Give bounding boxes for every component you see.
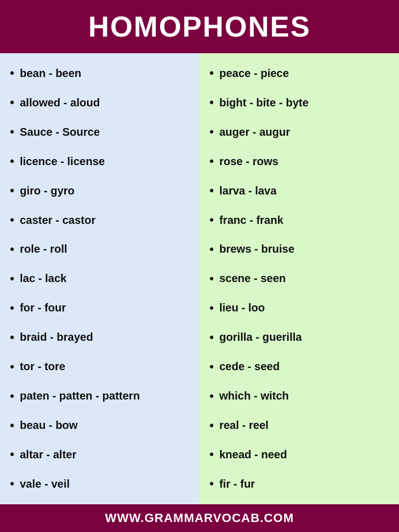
list-item: •altar - alter xyxy=(10,447,190,462)
bullet-icon: • xyxy=(10,126,14,138)
page-title: HOMOPHONES xyxy=(0,0,399,53)
list-item: •gorilla - guerilla xyxy=(209,330,389,345)
list-item: •lieu - loo xyxy=(209,300,389,315)
bullet-icon: • xyxy=(209,185,214,197)
list-item: •bean - been xyxy=(10,66,190,81)
homophone-pair: which - witch xyxy=(219,390,289,402)
homophone-pair: knead - need xyxy=(219,448,287,461)
homophone-pair: for - four xyxy=(20,301,66,314)
bullet-icon: • xyxy=(209,155,214,167)
bullet-icon: • xyxy=(209,67,214,79)
homophone-pair: auger - augur xyxy=(219,126,290,139)
list-item: •larva - lava xyxy=(209,183,389,198)
list-item: •brews - bruise xyxy=(209,242,389,257)
list-item: •licence - license xyxy=(10,154,190,169)
list-item: •for - four xyxy=(10,300,190,315)
bullet-icon: • xyxy=(209,302,214,314)
list-item: •paten - patten - pattern xyxy=(10,388,190,403)
list-item: •role - roll xyxy=(10,242,190,257)
homophone-pair: lieu - loo xyxy=(219,301,265,314)
list-item: •auger - augur xyxy=(209,125,389,140)
bullet-icon: • xyxy=(209,243,214,255)
list-item: •scene - seen xyxy=(209,271,389,286)
homophone-pair: larva - lava xyxy=(219,185,277,197)
homophone-pair: real - reel xyxy=(219,419,269,432)
list-item: •caster - castor xyxy=(10,213,190,228)
bullet-icon: • xyxy=(10,302,14,314)
list-item: •fir - fur xyxy=(209,477,389,492)
list-item: •rose - rows xyxy=(209,154,389,169)
bullet-icon: • xyxy=(10,273,14,285)
bullet-icon: • xyxy=(10,361,14,373)
homophone-pair: braid - brayed xyxy=(20,331,93,344)
bullet-icon: • xyxy=(10,67,14,79)
list-item: •allowed - aloud xyxy=(10,95,190,110)
list-item: •tor - tore xyxy=(10,359,190,374)
homophone-pair: franc - frank xyxy=(219,214,284,227)
list-item: •vale - veil xyxy=(10,477,190,492)
bullet-icon: • xyxy=(209,273,214,285)
content-area: •bean - been•allowed - aloud•Sauce - Sou… xyxy=(0,53,399,504)
homophone-pair: brews - bruise xyxy=(219,243,295,255)
homophone-pair: rose - rows xyxy=(219,155,279,168)
list-item: •lac - lack xyxy=(10,271,190,286)
homophone-pair: beau - bow xyxy=(20,419,78,432)
bullet-icon: • xyxy=(209,214,214,226)
bullet-icon: • xyxy=(10,420,14,432)
bullet-icon: • xyxy=(10,390,14,402)
list-item: •Sauce - Source xyxy=(10,125,190,140)
bullet-icon: • xyxy=(209,96,214,109)
homophone-pair: role - roll xyxy=(20,243,68,255)
footer-url: WWW.GRAMMARVOCAB.COM xyxy=(0,504,399,532)
bullet-icon: • xyxy=(209,420,214,432)
bullet-icon: • xyxy=(209,126,214,138)
bullet-icon: • xyxy=(209,361,214,373)
left-column: •bean - been•allowed - aloud•Sauce - Sou… xyxy=(0,53,200,504)
list-item: •braid - brayed xyxy=(10,330,190,345)
list-item: •real - reel xyxy=(209,418,389,433)
homophone-pair: fir - fur xyxy=(219,478,255,490)
bullet-icon: • xyxy=(10,185,14,197)
bullet-icon: • xyxy=(10,478,14,490)
list-item: •bight - bite - byte xyxy=(209,95,389,110)
bullet-icon: • xyxy=(10,155,14,167)
list-item: •which - witch xyxy=(209,388,389,403)
homophone-pair: allowed - aloud xyxy=(20,96,100,109)
homophone-pair: caster - castor xyxy=(20,214,96,227)
homophone-pair: paten - patten - pattern xyxy=(20,390,140,402)
homophone-pair: scene - seen xyxy=(219,272,286,285)
bullet-icon: • xyxy=(10,448,14,461)
homophone-pair: cede - seed xyxy=(219,360,280,373)
homophone-pair: bean - been xyxy=(20,67,81,80)
list-item: •knead - need xyxy=(209,447,389,462)
homophone-pair: peace - piece xyxy=(219,67,289,80)
homophone-pair: lac - lack xyxy=(20,272,67,285)
list-item: •franc - frank xyxy=(209,213,389,228)
bullet-icon: • xyxy=(10,243,14,255)
list-item: •cede - seed xyxy=(209,359,389,374)
list-item: •peace - piece xyxy=(209,66,389,81)
homophone-pair: tor - tore xyxy=(20,360,65,373)
homophone-pair: giro - gyro xyxy=(20,185,75,197)
bullet-icon: • xyxy=(10,214,14,226)
bullet-icon: • xyxy=(209,390,214,402)
homophone-pair: licence - license xyxy=(20,155,105,168)
homophone-pair: vale - veil xyxy=(20,478,70,490)
homophone-pair: Sauce - Source xyxy=(20,126,100,139)
bullet-icon: • xyxy=(10,96,14,109)
bullet-icon: • xyxy=(209,478,214,490)
homophone-pair: bight - bite - byte xyxy=(219,96,309,109)
bullet-icon: • xyxy=(10,331,14,344)
list-item: •beau - bow xyxy=(10,418,190,433)
homophone-pair: gorilla - guerilla xyxy=(219,331,302,344)
right-column: •peace - piece•bight - bite - byte•auger… xyxy=(200,53,399,504)
list-item: •giro - gyro xyxy=(10,183,190,198)
bullet-icon: • xyxy=(209,331,214,344)
bullet-icon: • xyxy=(209,448,214,461)
homophone-pair: altar - alter xyxy=(20,448,76,461)
